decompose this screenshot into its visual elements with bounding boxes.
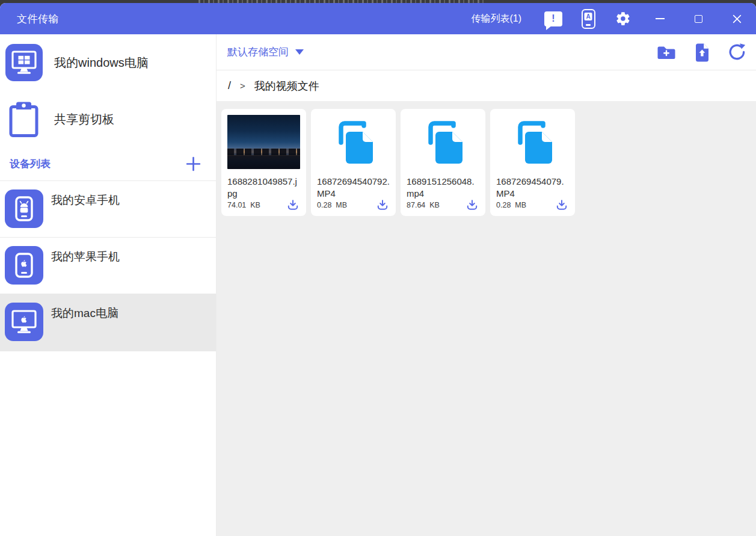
minimize-icon [656,18,665,19]
device-item-android-phone[interactable]: 我的安卓手机 [0,181,216,238]
minimize-button[interactable] [641,3,679,34]
header-actions [656,42,746,62]
sidebar-item-label: 我的windows电脑 [54,55,149,71]
file-card[interactable]: 1687269454079.MP4 0.28 MB [490,109,575,216]
close-icon [732,14,742,24]
file-size: 74.01 [227,201,246,209]
device-list: 我的安卓手机 我的苹果手机 [0,180,216,351]
file-name: 1687269454079.MP4 [496,176,569,199]
feedback-button[interactable] [536,3,571,34]
chevron-down-icon [295,49,304,55]
phone-a-icon [582,9,595,29]
refresh-button[interactable] [728,43,746,61]
file-card[interactable]: 1689151256048.mp4 87.64 KB [401,109,485,216]
main-panel: 默认存储空间 [217,34,756,536]
message-exclaim-icon [544,11,562,26]
maximize-icon [695,15,702,23]
file-size: 87.64 [407,201,425,209]
settings-button[interactable] [606,3,641,34]
video-file-icon [508,117,558,167]
new-folder-button[interactable] [656,44,677,60]
file-media [317,115,390,172]
device-list-title: 设备列表 [10,157,51,171]
sidebar-item-label: 共享剪切板 [54,111,114,128]
download-icon [466,199,478,211]
download-button[interactable] [556,199,568,211]
video-file-icon [418,117,469,167]
file-meta: 74.01 KB [227,199,300,211]
device-item-label: 我的mac电脑 [51,306,118,321]
file-card[interactable]: 1688281049857.jpg 74.01 KB [221,109,306,216]
video-file-icon [328,117,379,167]
download-button[interactable] [376,199,389,211]
settings-gear-icon [615,11,631,26]
titlebar: 文件传输 传输列表(1) [0,3,756,34]
app-window: 文件传输 传输列表(1) [0,3,756,536]
titlebar-right: 传输列表(1) [471,3,756,34]
file-media [227,115,300,172]
file-meta: 0.28 MB [496,199,569,211]
upload-file-button[interactable] [694,42,710,62]
file-size: 0.28 [496,201,511,209]
device-item-apple-phone[interactable]: 我的苹果手机 [0,238,216,294]
app-title: 文件传输 [17,12,59,26]
sidebar-item-shared-clipboard[interactable]: 共享剪切板 [0,91,216,147]
file-media [407,115,479,172]
mac-computer-icon [5,303,43,341]
breadcrumb-current-folder[interactable]: 我的视频文件 [254,79,319,93]
device-item-label: 我的苹果手机 [51,249,120,265]
download-button[interactable] [287,199,299,211]
image-thumbnail [227,115,300,169]
breadcrumb-separator: > [240,81,245,91]
download-icon [556,199,568,211]
close-button[interactable] [718,3,756,34]
file-name: 1688281049857.jpg [227,176,300,199]
file-card[interactable]: 16872694540792.MP4 0.28 MB [311,109,396,216]
clipboard-icon [5,100,43,138]
new-folder-icon [656,44,677,60]
upload-file-icon [694,42,710,62]
android-phone-icon [5,189,43,228]
breadcrumb: / > 我的视频文件 [217,70,756,101]
device-item-mac-computer[interactable]: 我的mac电脑 [0,294,216,351]
download-icon [287,199,299,211]
download-icon [376,199,389,211]
maximize-button[interactable] [679,3,718,34]
breadcrumb-root[interactable]: / [228,79,231,92]
file-size-unit: KB [250,201,260,209]
file-meta: 87.64 KB [407,199,479,211]
device-mode-button[interactable] [571,3,606,34]
storage-space-label: 默认存储空间 [227,45,289,59]
file-size: 0.28 [317,201,331,209]
download-button[interactable] [466,199,478,211]
file-media [496,115,569,172]
sidebar-item-my-windows-pc[interactable]: 我的windows电脑 [0,34,216,91]
add-device-button[interactable] [185,156,201,172]
storage-space-selector[interactable]: 默认存储空间 [227,45,304,59]
file-grid: 1688281049857.jpg 74.01 KB [217,101,756,536]
refresh-icon [728,43,746,61]
file-name: 1689151256048.mp4 [407,176,479,199]
plus-icon [185,156,201,172]
windows-computer-icon [5,44,43,81]
transfer-list-button[interactable]: 传输列表(1) [471,13,521,25]
file-name: 16872694540792.MP4 [317,176,390,199]
main-header: 默认存储空间 [217,34,756,70]
device-item-label: 我的安卓手机 [51,193,120,208]
sidebar: 我的windows电脑 共享剪切板 设备列表 [0,34,217,536]
file-meta: 0.28 MB [317,199,390,211]
apple-phone-icon [5,246,43,285]
file-size-unit: MB [515,201,526,209]
file-size-unit: KB [429,201,440,209]
card-row: 1688281049857.jpg 74.01 KB [221,109,751,216]
device-list-header: 设备列表 [0,147,216,180]
file-size-unit: MB [336,201,347,209]
window-body: 我的windows电脑 共享剪切板 设备列表 [0,34,756,536]
